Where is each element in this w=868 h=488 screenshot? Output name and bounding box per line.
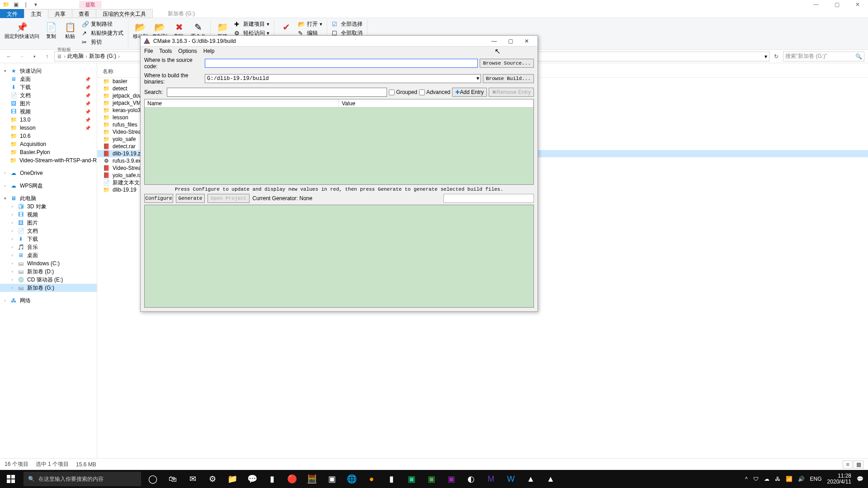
cmake-source-input[interactable] (205, 59, 478, 68)
app-ha-icon[interactable]: ● (362, 470, 382, 488)
nav-g-drive[interactable]: 新加卷 (G:) (27, 284, 54, 292)
nav-pictures2[interactable]: 图片 (27, 219, 38, 227)
breadcrumb-drive[interactable]: 新加卷 (G:) (89, 52, 116, 60)
tab-view[interactable]: 查看 (72, 9, 96, 18)
app-mail-icon[interactable]: ✉ (183, 470, 203, 488)
app-wechat-icon[interactable]: 💬 (242, 470, 262, 488)
nav-130[interactable]: 13.0 (20, 117, 30, 123)
app-b-icon[interactable]: ▣ (421, 470, 441, 488)
tray-shield-icon[interactable]: 🛡 (753, 476, 759, 482)
nav-music[interactable]: 音乐 (27, 244, 38, 251)
forward-button[interactable]: → (16, 51, 27, 62)
app-store-icon[interactable]: 🛍 (163, 470, 183, 488)
cmake-th-name[interactable]: Name (145, 99, 339, 107)
start-button[interactable] (0, 470, 22, 488)
nav-desktop[interactable]: 桌面 (20, 75, 31, 83)
taskbar-search[interactable]: 🔍 在这里输入你要搜索的内容 (24, 472, 141, 486)
select-all-button[interactable]: ☑全部选择 (330, 20, 364, 28)
cmake-browse-build-button[interactable]: Browse Build... (483, 74, 534, 83)
app-wps-icon[interactable]: W (501, 470, 521, 488)
app-taskview-icon[interactable]: ◯ (143, 470, 163, 488)
new-item-button[interactable]: ✚新建项目 ▾ (232, 20, 271, 28)
nav-videos[interactable]: 视频 (20, 108, 31, 116)
cmake-maximize-button[interactable]: ▢ (502, 38, 519, 44)
tray-notifications-icon[interactable]: 💬 (857, 476, 863, 482)
cmake-minimize-button[interactable]: — (486, 38, 502, 44)
nav-videos2[interactable]: 视频 (27, 211, 38, 219)
cmake-menu-tools[interactable]: Tools (159, 48, 172, 54)
app-explorer-icon[interactable]: 📁 (222, 470, 242, 488)
tab-archive-tools[interactable]: 压缩的文件夹工具 (96, 9, 153, 18)
app-terminal-icon[interactable]: ▮ (262, 470, 282, 488)
nav-downloads[interactable]: 下载 (20, 84, 31, 91)
app-cmd-icon[interactable]: ▮ (382, 470, 401, 488)
app-cmake-running-icon[interactable]: ▲ (521, 470, 541, 488)
nav-documents2[interactable]: 文档 (27, 227, 38, 235)
app-calculator-icon[interactable]: 🧮 (302, 470, 322, 488)
tray-lang[interactable]: ENG (810, 476, 822, 482)
tab-share[interactable]: 共享 (48, 9, 72, 18)
nav-pictures[interactable]: 图片 (20, 100, 31, 108)
back-button[interactable]: ← (4, 51, 14, 62)
tray-chevron-icon[interactable]: ^ (745, 476, 748, 482)
cmake-configure-button[interactable]: Configure (144, 194, 173, 203)
cmake-th-value[interactable]: Value (339, 99, 533, 107)
breadcrumb-thispc[interactable]: 此电脑 (67, 52, 84, 60)
search-box[interactable]: 搜索"新加卷 (G:)" 🔍 (783, 52, 864, 61)
cmake-grouped-checkbox[interactable]: Grouped (389, 89, 417, 95)
app-generic-icon[interactable]: ▣ (322, 470, 342, 488)
recent-dropdown[interactable]: ▾ (29, 51, 40, 62)
app-chrome-icon[interactable]: 🌐 (342, 470, 362, 488)
cmake-generate-button[interactable]: Generate (176, 194, 205, 203)
nav-thispc[interactable]: 此电脑 (20, 195, 36, 202)
navigation-pane[interactable]: ▾★快速访问 🖥桌面📌 ⬇下载📌 📄文档📌 🖼图片📌 🎞视频📌 📁13.0📌 📁… (0, 63, 97, 458)
cmake-search-input[interactable] (167, 88, 387, 97)
tray-wifi-icon[interactable]: 📶 (786, 476, 793, 482)
nav-c-drive[interactable]: Windows (C:) (27, 260, 60, 267)
nav-downloads2[interactable]: 下载 (27, 235, 38, 243)
app-cmake-icon[interactable]: ▲ (541, 470, 561, 488)
breadcrumb-dropdown[interactable]: ▾ (764, 53, 767, 60)
cmake-menu-help[interactable]: Help (203, 48, 215, 54)
close-button[interactable]: ✕ (847, 0, 868, 9)
nav-onedrive[interactable]: OneDrive (20, 170, 43, 176)
app-settings-icon[interactable]: ⚙ (203, 470, 222, 488)
nav-wps[interactable]: WPS网盘 (20, 182, 43, 190)
nav-desktop2[interactable]: 桌面 (27, 252, 38, 259)
tray-network-icon[interactable]: 🖧 (775, 476, 780, 482)
tab-home[interactable]: 主页 (24, 9, 48, 18)
nav-network[interactable]: 网络 (20, 297, 31, 305)
cmake-cache-table[interactable]: Name Value (144, 99, 534, 185)
nav-d-drive[interactable]: 新加卷 (D:) (27, 268, 54, 276)
up-button[interactable]: ↑ (42, 51, 52, 62)
system-tray[interactable]: ^ 🛡 ☁ 🖧 📶 🔊 ENG 11:28 2020/4/11 💬 (741, 473, 868, 485)
maximize-button[interactable]: ▢ (826, 0, 847, 9)
nav-quick-access[interactable]: 快速访问 (20, 67, 42, 75)
tray-volume-icon[interactable]: 🔊 (798, 476, 805, 482)
app-m-icon[interactable]: M (481, 470, 501, 488)
view-details-button[interactable]: ≡ (843, 460, 853, 469)
cmake-menu-options[interactable]: Options (178, 48, 197, 54)
cmake-binaries-input[interactable] (205, 74, 481, 83)
cmake-browse-source-button[interactable]: Browse Source... (480, 59, 534, 68)
cmake-output-pane[interactable] (144, 205, 534, 308)
nav-acquisition[interactable]: Acquisition (20, 141, 46, 147)
nav-basler[interactable]: Basler.Pylon (20, 149, 50, 155)
paste-button[interactable]: 📋粘贴 (61, 20, 79, 47)
minimize-button[interactable]: — (806, 0, 826, 9)
nav-documents[interactable]: 文档 (20, 92, 31, 99)
app-potplayer-icon[interactable]: 🔴 (282, 470, 302, 488)
nav-106[interactable]: 10.6 (20, 133, 30, 139)
cmake-close-button[interactable]: ✕ (519, 38, 535, 44)
refresh-button[interactable]: ↻ (771, 52, 781, 61)
tray-clock[interactable]: 11:28 2020/4/11 (827, 473, 851, 485)
app-pycharm-icon[interactable]: ▣ (401, 470, 421, 488)
app-premiere-icon[interactable]: ▣ (441, 470, 461, 488)
cmake-advanced-checkbox[interactable]: Advanced (419, 89, 450, 95)
copy-button[interactable]: 📄复制 (42, 20, 60, 47)
tray-cloud-icon[interactable]: ☁ (764, 476, 769, 482)
contextual-tab-extract[interactable]: 提取 (79, 1, 102, 9)
cmake-add-entry-button[interactable]: ✚ Add Entry (452, 88, 487, 97)
view-icons-button[interactable]: ▦ (854, 460, 863, 469)
cmake-titlebar[interactable]: CMake 3.16.3 - G:/dlib-19.19/build — ▢ ✕ (141, 36, 538, 47)
